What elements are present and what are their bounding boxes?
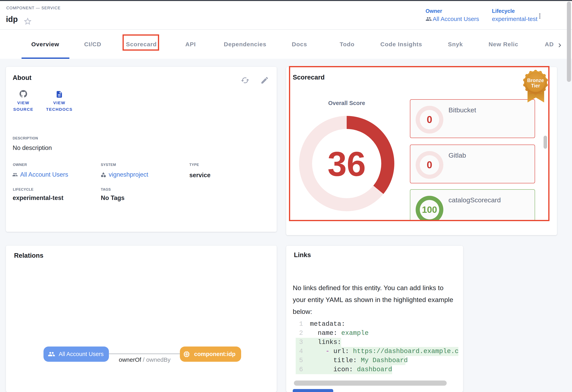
svg-text:Bronze: Bronze — [527, 78, 544, 83]
svg-text:Tier: Tier — [531, 83, 540, 88]
